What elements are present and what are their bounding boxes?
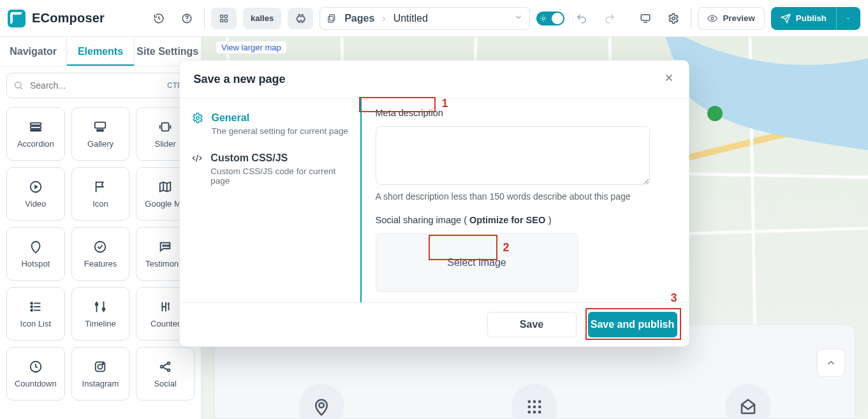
save-page-modal: Save a new page General The general sett… [179, 60, 689, 347]
svg-rect-9 [642, 15, 651, 20]
modal-header: Save a new page [180, 61, 689, 98]
page-name: Untitled [394, 13, 428, 24]
topbar-right: Preview Publish [635, 7, 860, 30]
help-icon[interactable] [176, 8, 198, 29]
nav-custom-desc: Custom CSS/JS code for current page [210, 166, 348, 186]
meta-description-input[interactable] [376, 126, 650, 185]
social-label-bold: Optimize for SEO [469, 215, 545, 225]
brand-title: EComposer [32, 11, 105, 26]
svg-rect-3 [224, 15, 227, 17]
modal-nav: General The general setting for current … [180, 98, 362, 302]
history-icon[interactable] [148, 8, 170, 29]
undo-icon[interactable] [571, 8, 592, 29]
nav-general-title: General [212, 112, 349, 124]
publish-button[interactable]: Publish [771, 7, 836, 30]
modal-main: Meta description A short description les… [362, 98, 689, 302]
chevron-down-icon [846, 14, 851, 23]
nav-custom-title: Custom CSS/JS [210, 152, 348, 164]
select-image-box[interactable]: Select image [376, 233, 578, 292]
sun-icon [540, 15, 547, 22]
svg-rect-4 [221, 19, 223, 22]
send-icon [781, 13, 791, 24]
separator [204, 7, 205, 30]
annotation-3-number: 3 [670, 291, 677, 305]
nav-custom-cssjs[interactable]: Custom CSS/JS Custom CSS/JS code for cur… [191, 152, 349, 186]
preview-button[interactable]: Preview [698, 7, 764, 30]
save-button[interactable]: Save [487, 312, 577, 337]
modal-footer: Save Save and publish 3 [180, 302, 689, 346]
svg-rect-2 [221, 15, 223, 17]
eye-icon [707, 13, 717, 24]
device-icon[interactable] [635, 8, 656, 29]
svg-rect-6 [330, 15, 335, 20]
redo-icon[interactable] [599, 8, 621, 29]
theme-chip[interactable]: kalles [243, 8, 281, 29]
separator [691, 7, 691, 30]
modal-backdrop: Save a new page General The general sett… [0, 37, 868, 419]
brand: EComposer [8, 10, 142, 27]
toggle-knob [552, 13, 563, 24]
social-row: Social sharing image ( Optimize for SEO … [376, 214, 675, 292]
svg-point-10 [672, 17, 675, 20]
nav-general[interactable]: General The general setting for current … [191, 112, 349, 136]
addons-icon[interactable] [288, 8, 313, 29]
preview-label: Preview [723, 13, 754, 23]
social-label-start: Social sharing image ( [376, 215, 470, 225]
publish-label: Publish [796, 13, 827, 23]
svg-rect-7 [328, 16, 334, 22]
modal-title: Save a new page [194, 73, 286, 86]
annotation-2-number: 2 [503, 241, 510, 254]
theme-toggle[interactable] [536, 11, 564, 26]
svg-rect-5 [224, 19, 227, 22]
publish-dropdown[interactable] [836, 7, 860, 30]
svg-point-11 [711, 17, 714, 20]
svg-point-1 [186, 20, 188, 22]
modal-body: General The general setting for current … [180, 98, 689, 302]
page-breadcrumb[interactable]: Pages › Untitled [320, 7, 530, 30]
settings-icon[interactable] [663, 8, 684, 29]
breadcrumb-sep: › [382, 13, 385, 24]
apps-icon[interactable] [211, 8, 237, 29]
publish-split: Publish [771, 7, 860, 30]
social-label-end: ) [548, 215, 552, 225]
nav-general-desc: The general setting for current page [212, 126, 349, 136]
pages-icon [327, 13, 337, 24]
meta-description-hint: A short description less than 150 words … [376, 191, 675, 202]
toolbar-left: kalles Pages › Untitled [211, 7, 621, 30]
save-label: Save [520, 319, 543, 330]
select-image-label: Select image [447, 257, 506, 268]
topbar: EComposer kalles Pages › Untitled [0, 0, 868, 37]
pages-label: Pages [344, 13, 374, 24]
brand-logo-icon [8, 10, 26, 27]
svg-point-8 [542, 17, 545, 20]
gear-icon [191, 112, 204, 136]
meta-description-label: Meta description [376, 108, 443, 118]
svg-point-53 [196, 117, 199, 120]
code-icon [191, 152, 203, 186]
chevron-down-icon[interactable] [514, 13, 523, 24]
save-publish-label: Save and publish [591, 319, 675, 330]
annotation-1-number: 1 [442, 97, 448, 110]
save-publish-button[interactable]: Save and publish [588, 312, 677, 337]
close-icon[interactable] [663, 72, 675, 86]
